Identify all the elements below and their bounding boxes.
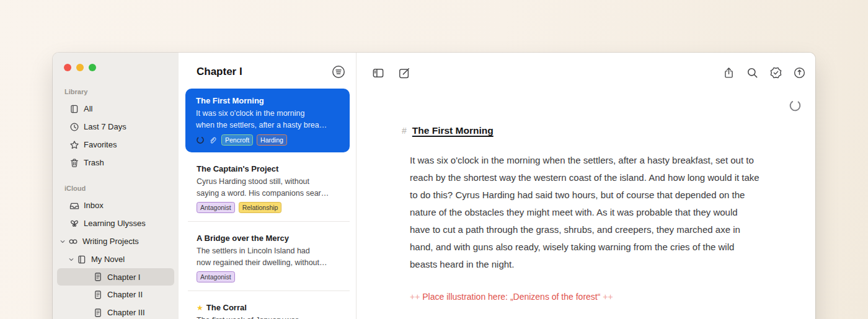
clock-icon xyxy=(69,122,79,132)
badge-check-icon[interactable] xyxy=(770,67,782,79)
search-icon[interactable] xyxy=(746,67,758,79)
sidebar-item-label: All xyxy=(84,104,92,113)
sidebar-toggle-icon[interactable] xyxy=(372,67,384,79)
note-title: The First Morning xyxy=(196,96,341,105)
note-list-item[interactable]: ★The CorralThe first week of January was xyxy=(179,291,356,319)
inbox-icon xyxy=(69,201,79,211)
heading-markdown-marker: # xyxy=(402,126,407,136)
body-text-line: have to cut a path through the grass, sh… xyxy=(410,221,790,238)
editor-toolbar-right xyxy=(723,67,805,79)
star-icon xyxy=(69,140,79,150)
body-text-line: hand, and with guns also ready, wisely t… xyxy=(410,238,790,256)
trash-icon xyxy=(69,158,79,168)
note-list-item-selected[interactable]: The First MorningIt was six o'clock in t… xyxy=(185,89,350,152)
note-title: The Captain's Project xyxy=(197,164,345,173)
sidebar: LibraryAllLast 7 DaysFavoritesTrashiClou… xyxy=(53,53,179,319)
tag-harding[interactable]: Harding xyxy=(257,134,287,146)
note-meta-row: PencroftHarding xyxy=(196,134,341,146)
sheet-icon xyxy=(93,272,103,282)
sidebar-item-label: Learning Ulysses xyxy=(84,219,146,228)
note-preview-line: It was six o'clock in the morning xyxy=(196,108,341,120)
window-controls xyxy=(53,53,179,71)
sheet-icon xyxy=(93,290,103,300)
sidebar-item-chapter-i[interactable]: Chapter I xyxy=(57,268,174,286)
sidebar-item-label: My Novel xyxy=(91,255,125,264)
note-title: ★The Corral xyxy=(197,303,345,312)
sheet-icon xyxy=(93,308,103,318)
filter-sort-button[interactable] xyxy=(332,65,345,79)
editor-toolbar-left xyxy=(372,67,410,79)
body-text-line: to do this? Cyrus Harding had said two h… xyxy=(410,186,790,204)
annotation-close-marker: ++ xyxy=(603,292,613,302)
sidebar-section-label-library: Library xyxy=(64,88,179,95)
sheet-body-text: It was six o'clock in the morning when t… xyxy=(410,152,790,273)
sidebar-item-trash[interactable]: Trash xyxy=(53,154,179,172)
annotation-open-marker: ++ xyxy=(410,292,420,302)
tag-relationship[interactable]: Relationship xyxy=(239,202,282,213)
sidebar-item-chapter-iii[interactable]: Chapter III xyxy=(53,304,179,319)
sheet-list-column: Chapter I The First MorningIt was six o'… xyxy=(179,53,356,319)
editor-pane: # The First Morning It was six o'clock i… xyxy=(356,53,815,319)
sidebar-item-label: Chapter II xyxy=(107,290,143,299)
goal-ring-icon xyxy=(196,136,205,144)
sidebar-item-favorites[interactable]: Favorites xyxy=(53,136,179,154)
editor-content[interactable]: # The First Morning It was six o'clock i… xyxy=(402,125,790,302)
note-preview-line: The first week of January was xyxy=(197,315,345,319)
sidebar-section-label-icloud: iCloud xyxy=(64,185,179,192)
share-icon[interactable] xyxy=(723,67,735,79)
writing-goal-ring-icon[interactable] xyxy=(789,100,801,111)
favorite-star-icon: ★ xyxy=(197,304,203,312)
close-button[interactable] xyxy=(64,64,71,71)
note-preview-line: The settlers in Lincoln Island had xyxy=(197,245,345,257)
sidebar-item-inbox[interactable]: Inbox xyxy=(53,196,179,214)
sheet-list-title: Chapter I xyxy=(197,66,242,78)
body-text-line: It was six o'clock in the morning when t… xyxy=(410,152,790,169)
sheet-heading: # The First Morning xyxy=(402,125,790,136)
butterfly-icon xyxy=(69,219,79,229)
sidebar-item-label: Trash xyxy=(84,158,104,167)
sidebar-item-learning-ulysses[interactable]: Learning Ulysses xyxy=(53,214,179,232)
sidebar-item-label: Favorites xyxy=(84,140,117,149)
sidebar-item-label: Inbox xyxy=(84,201,104,210)
note-preview-line: now regained their dwelling, without… xyxy=(197,257,345,269)
tag-antagonist[interactable]: Antagonist xyxy=(197,202,235,213)
sidebar-item-label: Writing Projects xyxy=(82,237,139,246)
annotation-text: Place illustration here: „Denizens of th… xyxy=(420,292,603,302)
group-icon xyxy=(68,237,78,247)
compose-icon[interactable] xyxy=(398,67,410,79)
annotation-line: ++ Place illustration here: „Denizens of… xyxy=(410,292,790,302)
sidebar-item-chapter-ii[interactable]: Chapter II xyxy=(53,286,179,304)
book-icon xyxy=(77,255,87,264)
note-title: A Bridge over the Mercy xyxy=(197,234,345,243)
sidebar-item-label: Chapter I xyxy=(107,273,140,282)
minimize-button[interactable] xyxy=(76,64,84,71)
tag-antagonist[interactable]: Antagonist xyxy=(197,271,235,282)
sidebar-item-all[interactable]: All xyxy=(53,100,179,118)
tag-pencroft[interactable]: Pencroft xyxy=(221,134,253,146)
note-list-item[interactable]: The Captain's ProjectCyrus Harding stood… xyxy=(179,152,356,221)
body-text-line: reach by the shortest way the western co… xyxy=(410,169,790,186)
note-preview-line: Cyrus Harding stood still, without xyxy=(197,176,345,188)
sidebar-item-last-7-days[interactable]: Last 7 Days xyxy=(53,118,179,136)
paperclip-icon xyxy=(208,136,218,145)
zoom-button[interactable] xyxy=(89,64,96,71)
sidebar-item-label: Last 7 Days xyxy=(84,122,126,131)
sidebar-item-my-novel[interactable]: My Novel xyxy=(53,250,179,268)
chevron-down-icon[interactable] xyxy=(60,238,66,245)
book-icon xyxy=(69,104,79,114)
sheet-list-header: Chapter I xyxy=(179,53,356,87)
note-meta-row: Antagonist xyxy=(197,271,345,282)
heading-text: The First Morning xyxy=(412,125,494,136)
note-preview-line: when the settlers, after a hasty brea… xyxy=(196,120,341,131)
gauge-icon[interactable] xyxy=(794,67,805,79)
body-text-line: nature of the obstacles they might meet … xyxy=(410,204,790,221)
sidebar-item-label: Chapter III xyxy=(107,308,145,317)
sidebar-item-writing-projects[interactable]: Writing Projects xyxy=(53,232,179,250)
app-window: LibraryAllLast 7 DaysFavoritesTrashiClou… xyxy=(53,53,815,319)
note-list-item[interactable]: A Bridge over the MercyThe settlers in L… xyxy=(179,222,356,291)
chevron-down-icon[interactable] xyxy=(68,256,74,263)
note-preview-line: saying a word. His companions sear… xyxy=(197,188,345,199)
note-meta-row: AntagonistRelationship xyxy=(197,202,345,213)
body-text-line: beasts heard in the night. xyxy=(410,256,790,273)
